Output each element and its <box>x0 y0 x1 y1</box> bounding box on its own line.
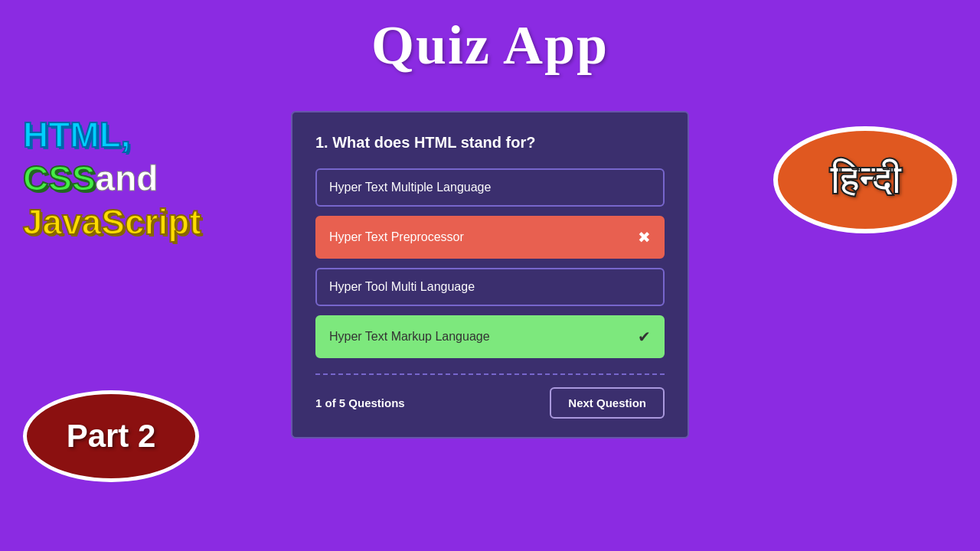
question-text: 1. What does HTML stand for? <box>315 134 665 152</box>
correct-icon: ✔ <box>638 328 651 346</box>
footer-row: 1 of 5 Questions Next Question <box>315 387 665 419</box>
quiz-card: 1. What does HTML stand for? Hyper Text … <box>291 111 689 439</box>
css-label: CSS <box>23 158 96 199</box>
option-2[interactable]: Hyper Text Preprocessor ✖ <box>315 216 665 259</box>
hindi-badge: हिन्दी <box>773 126 957 233</box>
js-label: JavaScript <box>23 202 201 243</box>
question-count: 1 of 5 Questions <box>315 396 405 409</box>
option-3[interactable]: Hyper Tool Multi Language <box>315 268 665 306</box>
wrong-icon: ✖ <box>638 228 651 246</box>
option-3-text: Hyper Tool Multi Language <box>329 280 475 294</box>
option-1[interactable]: Hyper Text Multiple Language <box>315 168 665 207</box>
option-1-text: Hyper Text Multiple Language <box>329 181 491 194</box>
option-4[interactable]: Hyper Text Markup Language ✔ <box>315 315 665 358</box>
tech-title-line3: JavaScript <box>23 202 201 243</box>
tech-title-line1: HTML, <box>23 115 131 155</box>
page-title: Quiz App <box>371 14 609 77</box>
html-label: HTML, <box>23 115 131 155</box>
hindi-text: हिन्दी <box>830 157 900 204</box>
next-question-button[interactable]: Next Question <box>550 387 665 419</box>
divider <box>315 373 665 375</box>
tech-title-line2: CSS and <box>23 158 158 199</box>
left-panel: HTML, CSS and JavaScript <box>23 115 201 243</box>
part-badge-text: Part 2 <box>67 418 156 455</box>
option-2-text: Hyper Text Preprocessor <box>329 230 464 244</box>
and-label: and <box>96 158 158 199</box>
option-4-text: Hyper Text Markup Language <box>329 330 490 344</box>
part-badge: Part 2 <box>23 390 199 482</box>
